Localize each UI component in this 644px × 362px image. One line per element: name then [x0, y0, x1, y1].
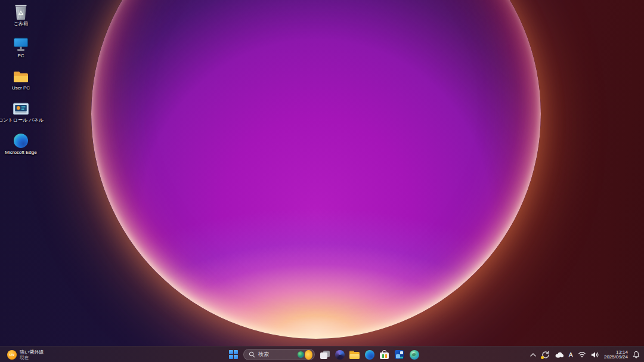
- desktop-icon-edge[interactable]: Microsoft Edge: [1, 132, 41, 165]
- task-view-icon: [320, 351, 330, 359]
- recycle-bin-icon: [13, 4, 29, 20]
- bell-icon: [633, 351, 640, 358]
- wifi-icon: [578, 351, 586, 358]
- search-placeholder: 検索: [258, 351, 295, 358]
- desktop-icon-pc[interactable]: PC: [1, 36, 41, 68]
- edge-button[interactable]: [363, 348, 376, 361]
- outlook-icon: [395, 350, 404, 359]
- desktop-icon-user-pc[interactable]: User PC: [1, 68, 41, 100]
- desktop-icon-label: コントロール パネル: [0, 117, 44, 123]
- volume-button[interactable]: [590, 348, 600, 361]
- speaker-icon: [591, 351, 599, 358]
- notification-center-button[interactable]: [631, 348, 641, 361]
- desktop-icon-label: Microsoft Edge: [5, 150, 36, 155]
- desktop-icon-label: User PC: [12, 85, 30, 91]
- search-icon: [249, 351, 255, 358]
- wallpaper-bloom: [91, 0, 541, 339]
- ime-mode-indicator: A: [569, 351, 573, 358]
- folder-icon: [349, 351, 360, 359]
- globe-app-button[interactable]: [407, 348, 421, 361]
- desktop-icon-label: PC: [17, 53, 24, 58]
- ime-mode-button[interactable]: A: [568, 348, 574, 361]
- clock[interactable]: 13:14 2025/09/24: [603, 348, 629, 361]
- sync-status-button[interactable]: [540, 348, 551, 361]
- warning-badge: [541, 356, 544, 359]
- taskbar-center: 検索: [227, 346, 421, 362]
- globe-icon: [298, 351, 304, 358]
- widgets-button[interactable]: UV 強い紫外線 現在: [2, 346, 48, 362]
- search-box[interactable]: 検索: [243, 349, 315, 360]
- edge-icon: [13, 132, 29, 149]
- desktop-icons-column: ごみ箱 PC: [1, 4, 41, 165]
- desktop-icon-control-panel[interactable]: コントロール パネル: [1, 100, 41, 132]
- uv-index-icon: UV: [7, 350, 17, 360]
- taskbar: UV 強い紫外線 現在 検索: [0, 346, 644, 362]
- tray-date: 2025/09/24: [604, 355, 628, 360]
- sync-icon: [541, 351, 550, 359]
- moon-icon: [305, 350, 312, 360]
- windows-logo-icon: [229, 350, 238, 359]
- desktop: ごみ箱 PC: [0, 0, 644, 362]
- edge-icon: [365, 350, 374, 360]
- chevron-up-icon: [530, 353, 536, 357]
- globe-app-icon: [410, 350, 419, 360]
- network-button[interactable]: [577, 348, 587, 361]
- outlook-button[interactable]: [392, 348, 406, 361]
- cloud-icon: [555, 351, 564, 358]
- tray-overflow-button[interactable]: [529, 348, 537, 361]
- folder-icon: [13, 68, 29, 85]
- system-tray: A 13:14 2025/09/24: [529, 346, 641, 362]
- copilot-button[interactable]: [333, 348, 346, 361]
- search-highlight-icon[interactable]: [298, 350, 312, 360]
- copilot-icon: [335, 350, 345, 360]
- desktop-icon-label: ごみ箱: [14, 21, 28, 26]
- task-view-button[interactable]: [318, 348, 332, 361]
- widget-text: 強い紫外線 現在: [20, 349, 44, 360]
- start-button[interactable]: [227, 348, 240, 361]
- store-bag-icon: [380, 350, 389, 359]
- widget-title: 強い紫外線: [20, 349, 44, 355]
- monitor-icon: [13, 36, 29, 52]
- onedrive-button[interactable]: [553, 348, 565, 361]
- widget-subtitle: 現在: [20, 355, 44, 360]
- desktop-icon-recycle-bin[interactable]: ごみ箱: [1, 4, 41, 36]
- control-panel-icon: [13, 100, 29, 117]
- store-button[interactable]: [377, 348, 391, 361]
- file-explorer-button[interactable]: [348, 348, 361, 361]
